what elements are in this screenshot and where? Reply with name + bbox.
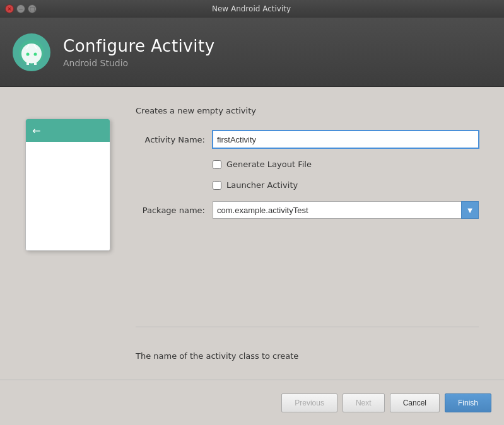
description-text: Creates a new empty activity [136,106,479,115]
package-name-input[interactable] [213,201,461,219]
previous-button[interactable]: Previous [281,393,337,412]
svg-point-1 [26,52,30,55]
form-area: Creates a new empty activity Activity Na… [136,106,479,361]
generate-layout-label[interactable]: Generate Layout File [226,160,312,169]
next-button[interactable]: Next [343,393,385,412]
package-dropdown-button[interactable] [461,201,479,219]
window-controls: × − □ [5,4,37,13]
package-name-row: Package name: [136,201,479,219]
launcher-activity-checkbox[interactable] [213,181,221,190]
generate-layout-row: Generate Layout File [213,160,479,169]
phone-back-arrow-icon: ← [32,125,40,137]
phone-preview-panel: ← [25,106,117,361]
hint-text: The name of the activity class to create [136,351,479,361]
close-window-button[interactable]: × [5,4,14,13]
launcher-activity-label[interactable]: Launcher Activity [226,180,298,190]
svg-point-2 [34,52,37,55]
dialog-header: Configure Activity Android Studio [0,18,504,87]
main-content: ← Creates a new empty activity Activity … [0,87,504,380]
dialog-title: Configure Activity [63,37,215,55]
maximize-window-button[interactable]: □ [28,4,37,13]
activity-name-label: Activity Name: [136,135,205,144]
package-select-wrapper [213,201,479,219]
activity-name-row: Activity Name: [136,131,479,148]
finish-button[interactable]: Finish [445,393,491,412]
activity-name-input[interactable] [213,131,479,148]
generate-layout-checkbox[interactable] [213,160,221,169]
cancel-button[interactable]: Cancel [390,393,440,412]
title-bar: × − □ New Android Activity [0,0,504,18]
logo-icon [18,38,45,66]
phone-screen-content [26,142,110,251]
phone-mockup: ← [25,119,110,251]
dialog-subtitle: Android Studio [63,58,215,68]
package-name-label: Package name: [136,206,205,215]
dialog-footer: Previous Next Cancel Finish [0,380,504,425]
header-text-block: Configure Activity Android Studio [63,37,215,68]
launcher-activity-row: Launcher Activity [213,180,479,190]
minimize-window-button[interactable]: − [16,4,25,13]
window-title: New Android Activity [42,4,461,13]
phone-top-bar: ← [26,119,110,142]
android-studio-logo [13,33,50,71]
divider [136,327,479,327]
